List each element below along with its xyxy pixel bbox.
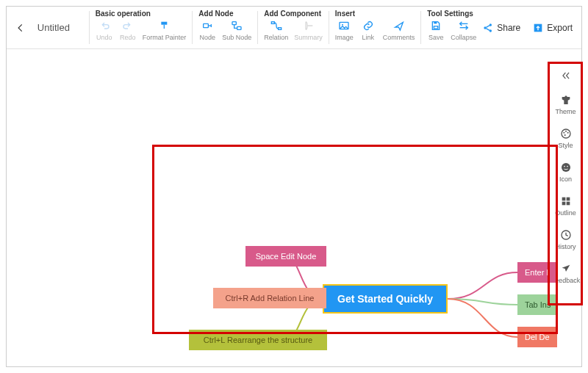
relation-label: Relation [264, 34, 288, 41]
node-label: Node [200, 34, 216, 41]
right-node-2[interactable]: Tab Ins [517, 294, 558, 315]
left-node-2[interactable]: Ctrl+R Add Relation Line [213, 288, 326, 308]
redo-icon [121, 19, 135, 32]
link-button[interactable]: Link [359, 19, 377, 41]
sidepanel-icon[interactable]: Icon [550, 156, 581, 187]
mindmap-canvas[interactable]: Get Started Quickly Space Edit Node Ctrl… [7, 49, 581, 366]
format-painter-icon [158, 19, 171, 32]
svg-rect-11 [434, 26, 438, 29]
summary-label: Summary [294, 34, 323, 41]
svg-line-19 [487, 28, 490, 30]
right-node-1[interactable]: Enter I [517, 262, 556, 283]
document-title[interactable]: Untitled [35, 7, 89, 48]
group-tool-settings: Tool Settings Save Collapse [421, 7, 482, 48]
svg-rect-2 [204, 23, 209, 27]
left-node-3[interactable]: Ctrl+L Rearrange the structure [189, 330, 327, 350]
link-icon [362, 19, 375, 32]
redo-button[interactable]: Redo [119, 19, 137, 41]
image-button[interactable]: Image [335, 19, 354, 41]
svg-point-25 [564, 134, 565, 136]
smiley-icon [559, 161, 573, 174]
svg-rect-31 [562, 202, 565, 206]
group-insert: Insert Image Link Comments [329, 7, 421, 48]
svg-point-24 [567, 132, 568, 134]
sidepanel-icon-label: Icon [559, 175, 572, 183]
save-button[interactable]: Save [427, 19, 445, 41]
chevron-double-left-icon [559, 70, 573, 81]
subnode-icon [230, 19, 243, 32]
comments-label: Comments [383, 34, 415, 41]
image-icon [337, 19, 351, 32]
svg-rect-6 [237, 26, 241, 29]
share-button[interactable]: Share [482, 22, 520, 34]
history-icon [559, 228, 573, 242]
summary-icon [302, 19, 315, 32]
svg-rect-1 [163, 25, 164, 29]
center-node[interactable]: Get Started Quickly [323, 284, 448, 314]
subnode-label: Sub Node [222, 34, 251, 41]
feedback-icon [559, 262, 573, 275]
back-button[interactable] [7, 7, 35, 48]
export-button[interactable]: Export [532, 22, 573, 34]
collapse-sidepanel-button[interactable] [559, 68, 573, 83]
svg-point-22 [563, 132, 564, 134]
sidepanel-style[interactable]: Style [550, 123, 581, 153]
format-painter-label: Format Painter [143, 34, 187, 41]
group-label: Tool Settings [427, 10, 476, 18]
collapse-label: Collapse [451, 34, 476, 41]
format-painter-button[interactable]: Format Painter [143, 19, 187, 41]
share-icon [482, 22, 494, 34]
sidepanel-history[interactable]: History [550, 224, 581, 255]
comments-button[interactable]: Comments [383, 19, 415, 41]
group-label: Add Node [198, 10, 251, 18]
outline-icon [559, 195, 573, 208]
svg-point-28 [567, 166, 568, 167]
svg-rect-0 [161, 22, 167, 25]
sidepanel-theme-label: Theme [555, 108, 576, 115]
relation-icon [270, 19, 283, 32]
svg-rect-12 [434, 22, 437, 24]
svg-point-27 [564, 166, 565, 167]
group-add-component: Add Component Relation Summary [258, 7, 329, 48]
chevron-left-icon [15, 23, 26, 33]
collapse-icon [457, 19, 470, 32]
export-label: Export [547, 23, 573, 33]
svg-point-26 [562, 163, 570, 172]
svg-point-10 [342, 24, 343, 26]
save-label: Save [429, 34, 444, 41]
left-node-1[interactable]: Space Edit Node [245, 246, 326, 267]
svg-rect-32 [566, 202, 570, 206]
undo-icon [98, 19, 111, 32]
svg-rect-29 [562, 198, 565, 201]
undo-button[interactable]: Undo [96, 19, 113, 41]
svg-rect-7 [271, 22, 274, 24]
export-icon [532, 22, 544, 34]
sidepanel-theme[interactable]: Theme [550, 89, 581, 120]
group-add-node: Add Node Node Sub Node [193, 7, 257, 48]
sidepanel-outline[interactable]: Outline [550, 190, 581, 221]
top-toolbar: Untitled Basic operation Undo Redo Forma… [7, 7, 581, 49]
style-icon [559, 127, 573, 140]
group-basic-operation: Basic operation Undo Redo Format Painter [90, 7, 193, 48]
svg-rect-8 [278, 28, 281, 30]
comments-icon [392, 19, 406, 32]
svg-rect-5 [232, 22, 236, 25]
redo-label: Redo [120, 34, 136, 41]
svg-line-18 [487, 25, 490, 27]
subnode-button[interactable]: Sub Node [222, 19, 251, 41]
sidepanel-history-label: History [555, 243, 576, 250]
undo-label: Undo [96, 34, 112, 41]
group-label: Basic operation [96, 10, 187, 18]
group-label: Insert [335, 10, 415, 18]
relation-button[interactable]: Relation [264, 19, 288, 41]
node-button[interactable]: Node [198, 19, 216, 41]
right-node-3[interactable]: Del De [517, 327, 557, 347]
summary-button[interactable]: Summary [294, 19, 323, 41]
svg-rect-30 [566, 198, 570, 201]
right-side-panel: Theme Style Icon Outline History Feedbac… [549, 64, 581, 296]
svg-point-23 [565, 131, 567, 132]
group-label: Add Component [264, 10, 323, 18]
sidepanel-style-label: Style [558, 142, 573, 149]
theme-icon [559, 93, 573, 106]
collapse-button[interactable]: Collapse [451, 19, 476, 41]
